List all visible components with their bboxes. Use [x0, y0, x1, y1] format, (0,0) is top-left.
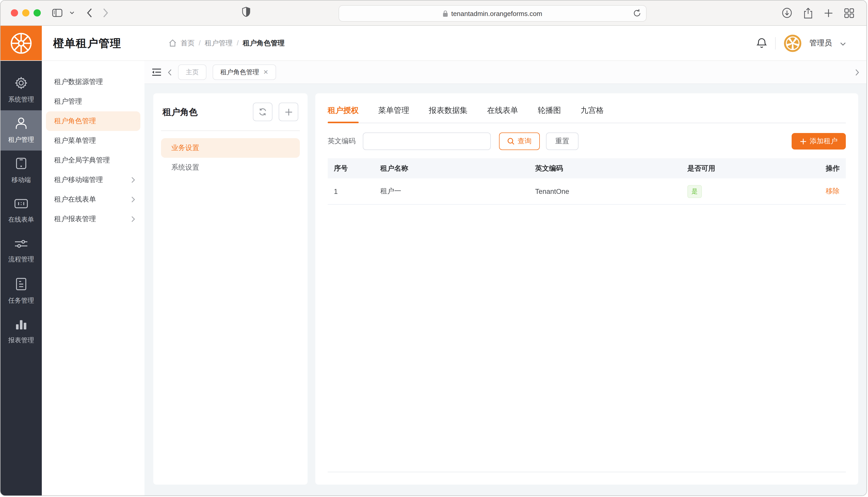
browser-toolbar: tenantadmin.orangeforms.com: [1, 1, 866, 26]
url-text: tenantadmin.orangeforms.com: [451, 10, 542, 17]
role-item-business[interactable]: 业务设置: [161, 138, 300, 158]
menu-item-tenant-online-form[interactable]: 租户在线表单: [46, 190, 140, 209]
role-item-system[interactable]: 系统设置: [161, 158, 300, 178]
add-tenant-button[interactable]: 添加租户: [791, 133, 846, 150]
collapse-menu-icon[interactable]: [152, 68, 162, 76]
tab-grid-nine[interactable]: 九宫格: [581, 102, 604, 123]
tab-tenant-role[interactable]: 租户角色管理 ✕: [212, 65, 276, 80]
panel-title: 租户角色: [163, 106, 247, 118]
reload-icon[interactable]: [633, 9, 641, 19]
back-icon[interactable]: [87, 8, 92, 17]
breadcrumb-home[interactable]: 首页: [181, 39, 195, 48]
app-header: 橙单租户管理 首页 / 租户管理 / 租户角色管理: [1, 26, 866, 61]
mobile-icon: [14, 157, 28, 172]
col-index: 序号: [328, 164, 374, 173]
menu-item-tenant-admin[interactable]: 租户管理: [46, 92, 140, 111]
user-icon: [14, 116, 28, 132]
table-row: 1 租户一 TenantOne 是 移除: [328, 179, 846, 205]
home-icon: [169, 39, 177, 47]
breadcrumb: 首页 / 租户管理 / 租户角色管理: [169, 39, 285, 48]
panel-divider: [161, 130, 300, 131]
sidebar-icon[interactable]: [52, 9, 63, 17]
app-logo[interactable]: [1, 26, 42, 60]
table-empty-space: [328, 205, 846, 472]
search-field-label: 英文编码: [328, 137, 356, 146]
breadcrumb-current: 租户角色管理: [243, 39, 285, 48]
traffic-lights: [11, 9, 41, 16]
sidebar-item-system[interactable]: 系统管理: [1, 70, 42, 110]
tab-online-form[interactable]: 在线表单: [487, 102, 518, 123]
browser-window: tenantadmin.orangeforms.com: [0, 0, 867, 496]
sidebar-item-online-form[interactable]: 在线表单: [1, 191, 42, 231]
english-code-input[interactable]: [363, 132, 491, 150]
cell-available: 是: [681, 185, 815, 198]
chevron-down-icon[interactable]: [70, 11, 74, 14]
sidebar-item-workflow[interactable]: 流程管理: [1, 231, 42, 271]
refresh-button[interactable]: [253, 103, 273, 121]
col-tenant-name: 租户名称: [374, 164, 529, 173]
tabs-scroll-left-icon[interactable]: [168, 69, 172, 75]
sliders-icon: [14, 238, 28, 252]
minimize-window-button[interactable]: [22, 9, 29, 16]
tab-tenant-auth[interactable]: 租户授权: [328, 102, 359, 123]
content-area: 主页 租户角色管理 ✕ 租户角色: [144, 61, 866, 495]
search-form: 英文编码 查询 重置 添加租户: [328, 132, 846, 150]
secondary-sidebar: 租户数据源管理 租户管理 租户角色管理 租户菜单管理 租户全局字典管理 租户移动…: [42, 61, 144, 495]
bar-chart-icon: [15, 318, 27, 332]
user-name[interactable]: 管理员: [810, 38, 832, 48]
tabs-scroll-right-icon[interactable]: [855, 69, 859, 75]
new-tab-icon[interactable]: [824, 9, 833, 17]
avatar[interactable]: [784, 34, 801, 52]
tenant-table: 序号 租户名称 英文编码 是否可用 操作 1 租户一 TenantOne 是 移…: [328, 158, 846, 472]
menu-item-tenant-datasource[interactable]: 租户数据源管理: [46, 72, 140, 92]
status-badge: 是: [687, 185, 702, 198]
gear-icon: [14, 76, 28, 92]
sidebar-item-tenant[interactable]: 租户管理: [1, 110, 42, 151]
chevron-right-icon: [131, 177, 135, 183]
menu-item-tenant-dict[interactable]: 租户全局字典管理: [46, 151, 140, 170]
menu-item-tenant-role[interactable]: 租户角色管理: [46, 111, 140, 131]
forward-icon[interactable]: [103, 8, 108, 17]
fullscreen-window-button[interactable]: [33, 9, 41, 16]
tab-carousel[interactable]: 轮播图: [538, 102, 561, 123]
reset-button[interactable]: 重置: [546, 132, 578, 150]
page-title: 橙单租户管理: [53, 36, 121, 50]
tab-report-dataset[interactable]: 报表数据集: [429, 102, 468, 123]
breadcrumb-parent[interactable]: 租户管理: [205, 39, 233, 48]
chevron-right-icon: [131, 196, 135, 203]
tenant-role-panel: 租户角色 业务设置 系统设置: [153, 93, 307, 485]
tenant-auth-panel: 租户授权 菜单管理 报表数据集 在线表单 轮播图 九宫格 英文编码 查询: [315, 93, 858, 485]
sidebar-item-reports[interactable]: 报表管理: [1, 311, 42, 352]
tab-menu-mgmt[interactable]: 菜单管理: [378, 102, 409, 123]
document-icon: [15, 278, 27, 293]
close-window-button[interactable]: [11, 9, 18, 16]
close-icon[interactable]: ✕: [263, 69, 268, 76]
page-tab-bar: 主页 租户角色管理 ✕: [144, 61, 866, 84]
sidebar-item-tasks[interactable]: 任务管理: [1, 271, 42, 311]
user-menu-chevron-icon[interactable]: [840, 39, 846, 48]
cell-tenant-name: 租户一: [374, 187, 529, 196]
menu-item-tenant-report[interactable]: 租户报表管理: [46, 209, 140, 229]
menu-item-tenant-menu[interactable]: 租户菜单管理: [46, 131, 140, 151]
sidebar-item-mobile[interactable]: 移动端: [1, 151, 42, 191]
col-english-code: 英文编码: [529, 164, 681, 173]
address-bar[interactable]: tenantadmin.orangeforms.com: [339, 5, 647, 22]
add-role-button[interactable]: [279, 103, 298, 121]
cell-index: 1: [328, 187, 374, 195]
detail-tabs: 租户授权 菜单管理 报表数据集 在线表单 轮播图 九宫格: [328, 102, 846, 123]
share-icon[interactable]: [803, 8, 813, 18]
privacy-shield-icon[interactable]: [242, 7, 250, 19]
form-icon: [14, 197, 28, 212]
col-available: 是否可用: [681, 164, 815, 173]
remove-link[interactable]: 移除: [826, 187, 840, 195]
header-divider: [775, 37, 775, 49]
tab-home[interactable]: 主页: [178, 65, 206, 80]
bell-icon[interactable]: [756, 38, 767, 49]
tab-overview-icon[interactable]: [844, 8, 854, 18]
chevron-right-icon: [131, 216, 135, 222]
menu-item-tenant-mobile[interactable]: 租户移动端管理: [46, 170, 140, 190]
download-icon[interactable]: [782, 8, 792, 18]
table-header-row: 序号 租户名称 英文编码 是否可用 操作: [328, 158, 846, 179]
query-button[interactable]: 查询: [499, 132, 540, 150]
primary-sidebar: 系统管理 租户管理 移动端 在线表单 流程管理 任务管理: [1, 61, 42, 495]
